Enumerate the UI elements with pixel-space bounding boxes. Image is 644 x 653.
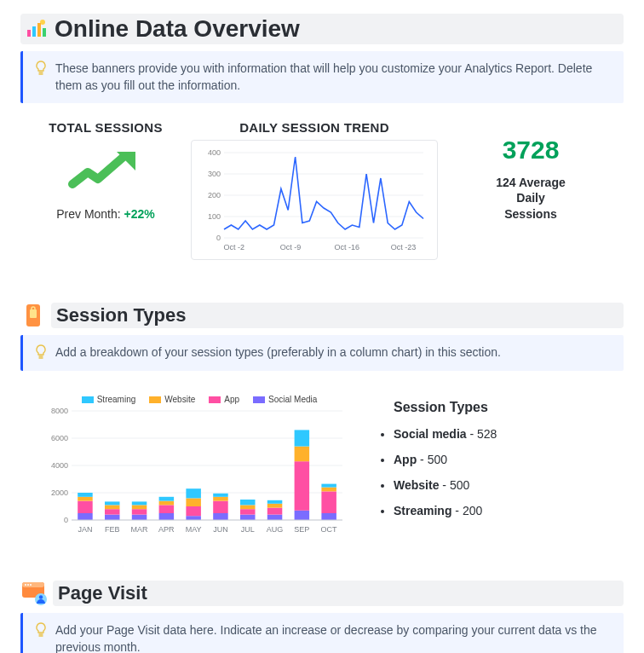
avg-line-2: Daily bbox=[438, 190, 624, 206]
daily-trend-label: DAILY SESSION TREND bbox=[191, 120, 438, 135]
svg-rect-49 bbox=[159, 500, 175, 505]
lightbulb-icon bbox=[35, 344, 47, 362]
svg-text:Oct -16: Oct -16 bbox=[335, 243, 360, 251]
list-item: Website - 500 bbox=[394, 478, 624, 492]
svg-rect-32 bbox=[78, 513, 93, 520]
svg-rect-54 bbox=[186, 498, 201, 506]
svg-rect-2 bbox=[32, 26, 36, 37]
browser-user-icon bbox=[20, 581, 49, 606]
svg-text:0: 0 bbox=[64, 516, 68, 524]
session-types-chart-block: StreamingWebsiteAppSocial Media 02000400… bbox=[37, 388, 361, 538]
svg-rect-59 bbox=[213, 496, 228, 500]
total-sessions-col: TOTAL SESSIONS Prev Month: +22% bbox=[20, 120, 191, 221]
prev-month: Prev Month: +22% bbox=[20, 207, 191, 221]
legend-item: Streaming bbox=[82, 395, 136, 404]
overview-info-banner: These banners provide you with informati… bbox=[20, 51, 624, 103]
page-visit-banner-text: Add your Page Visit data here. Indicate … bbox=[55, 621, 612, 653]
svg-rect-45 bbox=[132, 501, 147, 505]
svg-rect-69 bbox=[267, 503, 283, 507]
page-visit-title: Page Visit bbox=[58, 582, 147, 604]
session-types-banner-text: Add a breakdown of your session types (p… bbox=[55, 344, 501, 361]
svg-text:8000: 8000 bbox=[51, 407, 68, 415]
svg-text:200: 200 bbox=[208, 191, 221, 199]
svg-rect-80 bbox=[321, 483, 336, 487]
session-types-header: Session Types bbox=[20, 303, 624, 328]
svg-rect-40 bbox=[105, 501, 120, 505]
total-sessions-number: 3728 bbox=[438, 136, 624, 165]
session-types-legend: StreamingWebsiteAppSocial Media bbox=[41, 395, 358, 404]
svg-rect-44 bbox=[132, 505, 147, 509]
svg-rect-52 bbox=[186, 516, 201, 520]
session-types-row: StreamingWebsiteAppSocial Media 02000400… bbox=[20, 388, 624, 538]
svg-text:100: 100 bbox=[208, 212, 221, 221]
lightbulb-icon bbox=[35, 622, 47, 640]
svg-rect-72 bbox=[295, 510, 310, 519]
svg-rect-62 bbox=[240, 514, 256, 519]
svg-rect-43 bbox=[132, 509, 147, 514]
trend-up-icon bbox=[20, 147, 191, 197]
svg-rect-48 bbox=[159, 505, 175, 513]
svg-rect-78 bbox=[321, 491, 336, 513]
svg-rect-63 bbox=[240, 509, 256, 514]
overview-title: Online Data Overview bbox=[55, 15, 300, 43]
svg-text:Oct -2: Oct -2 bbox=[223, 243, 244, 251]
prev-month-label: Prev Month: bbox=[56, 207, 124, 221]
svg-rect-77 bbox=[321, 513, 336, 520]
svg-text:JUN: JUN bbox=[213, 525, 228, 534]
svg-text:SEP: SEP bbox=[294, 525, 309, 534]
svg-text:FEB: FEB bbox=[105, 525, 120, 534]
avg-sessions: 124 Average Daily Sessions bbox=[438, 175, 624, 223]
svg-rect-79 bbox=[321, 487, 336, 491]
svg-text:JAN: JAN bbox=[78, 525, 92, 534]
svg-point-85 bbox=[25, 584, 26, 586]
overview-metrics-row: TOTAL SESSIONS Prev Month: +22% DAILY SE… bbox=[20, 120, 624, 260]
session-types-info-banner: Add a breakdown of your session types (p… bbox=[20, 335, 624, 371]
list-item: Streaming - 200 bbox=[394, 504, 624, 517]
prev-month-delta: +22% bbox=[124, 207, 155, 221]
session-number-col: 3728 124 Average Daily Sessions bbox=[438, 120, 624, 223]
daily-trend-col: DAILY SESSION TREND 0100200300400Oct -2O… bbox=[191, 120, 438, 260]
legend-item: App bbox=[209, 395, 239, 404]
session-types-list-col: Session Types Social media - 528App - 50… bbox=[361, 388, 624, 529]
svg-text:Oct -9: Oct -9 bbox=[280, 243, 302, 251]
svg-rect-55 bbox=[186, 488, 201, 498]
svg-rect-35 bbox=[78, 493, 93, 497]
svg-rect-39 bbox=[105, 505, 120, 509]
svg-rect-38 bbox=[105, 509, 120, 514]
svg-rect-33 bbox=[78, 500, 93, 512]
svg-rect-57 bbox=[213, 513, 228, 520]
svg-text:MAY: MAY bbox=[186, 525, 202, 534]
svg-text:2000: 2000 bbox=[51, 488, 68, 497]
svg-rect-37 bbox=[105, 514, 120, 519]
session-types-title: Session Types bbox=[56, 304, 186, 326]
avg-line-3: Sessions bbox=[438, 206, 624, 222]
svg-text:Oct -23: Oct -23 bbox=[391, 243, 417, 251]
overview-banner-text: These banners provide you with informati… bbox=[55, 60, 612, 95]
lightbulb-icon bbox=[35, 61, 47, 78]
svg-rect-1 bbox=[27, 30, 31, 37]
svg-rect-34 bbox=[78, 496, 93, 500]
svg-rect-58 bbox=[213, 500, 228, 512]
list-item: Social media - 528 bbox=[394, 427, 624, 441]
legend-item: Website bbox=[149, 395, 195, 404]
svg-rect-47 bbox=[159, 513, 175, 520]
avg-line-1: 124 Average bbox=[438, 175, 624, 191]
svg-rect-42 bbox=[132, 514, 147, 519]
svg-point-87 bbox=[30, 584, 32, 586]
svg-rect-4 bbox=[43, 28, 46, 37]
svg-text:6000: 6000 bbox=[51, 434, 68, 442]
svg-text:4000: 4000 bbox=[51, 461, 68, 470]
chart-bars-icon bbox=[26, 18, 48, 40]
svg-rect-3 bbox=[37, 23, 41, 37]
svg-text:400: 400 bbox=[208, 148, 221, 157]
svg-rect-74 bbox=[295, 446, 310, 461]
svg-text:APR: APR bbox=[158, 525, 175, 534]
overview-title-bar: Online Data Overview bbox=[20, 14, 624, 44]
svg-rect-65 bbox=[240, 500, 256, 505]
svg-text:AUG: AUG bbox=[267, 525, 284, 534]
svg-rect-67 bbox=[267, 514, 283, 519]
svg-point-89 bbox=[39, 595, 43, 598]
svg-rect-60 bbox=[213, 493, 228, 496]
svg-rect-68 bbox=[267, 507, 283, 514]
page-visit-header: Page Visit bbox=[20, 581, 624, 606]
